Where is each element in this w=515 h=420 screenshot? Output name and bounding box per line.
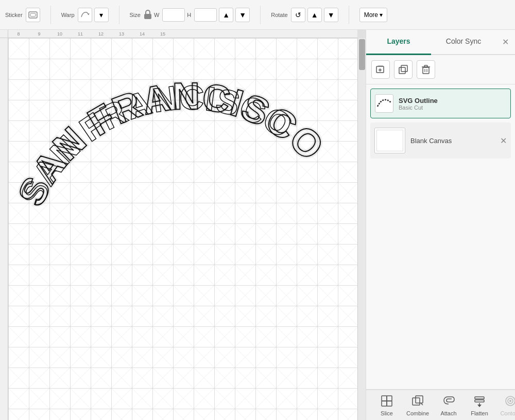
svg-rect-22 bbox=[416, 396, 423, 403]
warp-group: Warp ▾ bbox=[61, 8, 109, 22]
flatten-label: Flatten bbox=[471, 410, 488, 416]
slice-label: Slice bbox=[381, 410, 393, 416]
scrollbar-vertical[interactable] bbox=[357, 38, 366, 420]
add-layer-icon bbox=[375, 64, 386, 75]
ruler-tick: 12 bbox=[91, 31, 111, 38]
contour-btn[interactable]: Contour bbox=[495, 394, 515, 416]
blank-canvas-item[interactable]: Blank Canvas ✕ bbox=[370, 122, 511, 159]
layer-info: SVG Outline Basic Cut bbox=[399, 97, 506, 111]
sticker-label: Sticker bbox=[5, 12, 23, 18]
attach-btn[interactable]: Attach bbox=[433, 394, 464, 416]
layer-curve-preview bbox=[376, 97, 392, 110]
attach-icon bbox=[441, 394, 456, 408]
ruler-tick: 15 bbox=[152, 31, 173, 38]
slice-icon bbox=[379, 394, 394, 408]
combine-svg bbox=[410, 394, 425, 408]
blank-canvas-inner bbox=[376, 130, 403, 151]
slice-btn[interactable]: Slice bbox=[371, 394, 402, 416]
size-up-btn[interactable]: ▲ bbox=[219, 8, 233, 22]
rotate-group: Rotate ↺ ▲ ▼ bbox=[271, 8, 338, 22]
sticker-group: Sticker bbox=[5, 8, 40, 22]
size-down-btn[interactable]: ▼ bbox=[235, 8, 250, 22]
san-francisco-text: .sf-text { font-family: 'Arial Black', '… bbox=[19, 79, 353, 244]
ruler-tick: 13 bbox=[111, 31, 132, 38]
flatten-btn[interactable]: Flatten bbox=[464, 394, 495, 416]
contour-svg bbox=[503, 394, 515, 408]
ruler-tick: 9 bbox=[29, 31, 49, 38]
warp-label: Warp bbox=[61, 12, 75, 18]
delete-layer-icon bbox=[421, 64, 431, 75]
svg-rect-17 bbox=[382, 396, 387, 401]
duplicate-layer-icon bbox=[398, 64, 408, 75]
scrollbar-thumb[interactable] bbox=[359, 39, 365, 70]
toolbar: Sticker Warp ▾ Size W H bbox=[0, 0, 515, 30]
warp-btn[interactable] bbox=[78, 8, 92, 22]
svg-rect-20 bbox=[387, 401, 392, 406]
right-panel: Layers Color Sync ✕ bbox=[366, 30, 515, 420]
rotate-label: Rotate bbox=[271, 12, 287, 18]
tab-layers[interactable]: Layers bbox=[366, 30, 431, 55]
sticker-icon bbox=[28, 10, 38, 20]
svg-rect-12 bbox=[423, 67, 429, 74]
attach-label: Attach bbox=[440, 410, 456, 416]
san-francisco-fill-text: SAN FRANCISCO bbox=[19, 79, 299, 212]
add-layer-btn[interactable] bbox=[371, 60, 390, 79]
combine-btn[interactable]: Combine bbox=[402, 394, 433, 416]
combine-icon bbox=[410, 394, 425, 408]
sep1 bbox=[50, 6, 51, 24]
attach-svg bbox=[441, 394, 456, 408]
flatten-icon bbox=[472, 394, 487, 408]
flatten-svg bbox=[472, 394, 487, 408]
svg-outline: .sf-text { font-family: 'Arial Black', '… bbox=[19, 79, 357, 244]
panel-content: SVG Outline Basic Cut Blank Canvas ✕ bbox=[366, 84, 515, 389]
warp-icon bbox=[80, 10, 90, 20]
size-label: Size bbox=[130, 12, 141, 18]
more-btn[interactable]: More ▾ bbox=[359, 8, 388, 22]
svg-rect-0 bbox=[29, 12, 37, 18]
svg-rect-14 bbox=[424, 65, 427, 67]
svg-rect-24 bbox=[475, 397, 484, 399]
ruler-tick: 11 bbox=[70, 31, 91, 38]
more-label: More ▾ bbox=[364, 11, 383, 19]
blank-canvas-close[interactable]: ✕ bbox=[500, 136, 507, 146]
svg-rect-1 bbox=[30, 13, 36, 16]
svg-rect-11 bbox=[401, 65, 407, 72]
layer-subtype: Basic Cut bbox=[399, 104, 506, 111]
size-group: Size W H ▲ ▼ bbox=[130, 8, 250, 22]
combine-label: Combine bbox=[406, 410, 429, 416]
slice-svg bbox=[380, 394, 394, 408]
rotate-btn[interactable]: ↺ bbox=[291, 8, 305, 22]
main-area: 8 9 10 11 12 13 14 15 1 2 3 4 5 6 7 8 9 … bbox=[0, 30, 515, 420]
layer-item-svg-outline[interactable]: SVG Outline Basic Cut bbox=[370, 89, 511, 118]
grid-canvas[interactable]: .sf-text { font-family: 'Arial Black', '… bbox=[8, 38, 357, 420]
panel-tabs: Layers Color Sync ✕ bbox=[366, 30, 515, 55]
svg-rect-18 bbox=[387, 396, 392, 401]
contour-icon bbox=[503, 394, 515, 408]
rotate-down-btn[interactable]: ▼ bbox=[324, 8, 338, 22]
layer-preview-svg-outline bbox=[375, 94, 393, 113]
lock-icon bbox=[144, 10, 152, 20]
blank-canvas-thumbnail bbox=[374, 128, 405, 153]
sticker-btn[interactable] bbox=[26, 8, 40, 22]
svg-rect-25 bbox=[475, 400, 484, 402]
svg-rect-21 bbox=[413, 398, 420, 405]
tab-color-sync[interactable]: Color Sync bbox=[431, 30, 496, 55]
sep2 bbox=[119, 6, 119, 24]
bottom-panel: Slice Combine Attach bbox=[366, 389, 515, 420]
height-input[interactable] bbox=[194, 8, 217, 22]
sep4 bbox=[349, 6, 349, 24]
warp-down-btn[interactable]: ▾ bbox=[94, 8, 109, 22]
svg-point-30 bbox=[509, 400, 511, 402]
w-label: W bbox=[154, 12, 159, 18]
ruler-corner bbox=[0, 30, 8, 38]
delete-layer-btn[interactable] bbox=[417, 60, 435, 79]
panel-close-btn[interactable]: ✕ bbox=[496, 30, 515, 54]
panel-actions bbox=[366, 55, 515, 84]
ruler-tick: 10 bbox=[49, 31, 70, 38]
duplicate-layer-btn[interactable] bbox=[394, 60, 413, 79]
svg-rect-10 bbox=[399, 67, 405, 74]
ruler-tick: 14 bbox=[132, 31, 152, 38]
rotate-up-btn[interactable]: ▲ bbox=[307, 8, 322, 22]
layer-name: SVG Outline bbox=[399, 97, 506, 104]
width-input[interactable] bbox=[162, 8, 185, 22]
